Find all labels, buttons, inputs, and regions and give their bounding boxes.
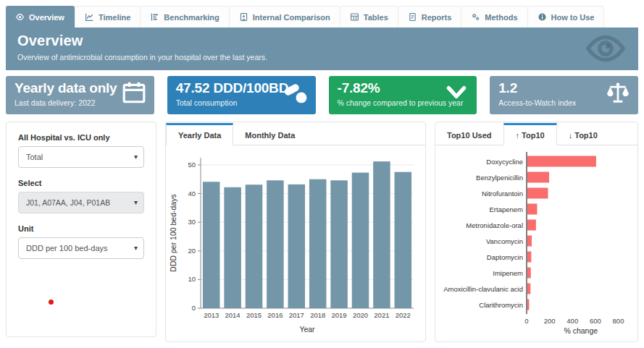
tab-label: Timeline: [99, 13, 130, 22]
tab-tables[interactable]: Tables: [340, 6, 398, 27]
x-tick-label: 600: [590, 317, 601, 325]
tab-label: Benchmarking: [164, 13, 219, 22]
x-tick-label: 2022: [396, 311, 411, 319]
bar-2013[interactable]: [203, 182, 220, 308]
filter-group-unit: UnitDDD per 100 bed-days▾: [18, 224, 144, 259]
report-icon: [408, 12, 417, 22]
bar-amoxicillin-clavulanic-acid[interactable]: [527, 284, 530, 294]
x-tick-label: 0: [524, 317, 528, 325]
bar-2017[interactable]: [288, 184, 306, 308]
summary-card-access-to-watch-index: 1.2Access-to-Watch index: [490, 76, 638, 114]
tab-benchmarking[interactable]: Benchmarking: [141, 6, 229, 27]
x-tick-label: 2013: [204, 311, 219, 319]
bar-2018[interactable]: [309, 179, 327, 308]
hospital-icon: [239, 12, 248, 22]
y-tick-label: 20: [188, 247, 196, 255]
bar-nitrofurantoin[interactable]: [527, 188, 548, 199]
filter-group-select: SelectJ01, A07AA, J04, P01AB▾: [18, 179, 144, 213]
bar-imipenem[interactable]: [527, 268, 531, 279]
line-chart-icon: [85, 12, 94, 22]
y-tick-label: 10: [188, 275, 196, 283]
tab-monthly-data[interactable]: Monthly Data: [233, 123, 306, 145]
dashboard-page: OverviewTimelineBenchmarkingInternal Com…: [6, 6, 638, 342]
tab-how-to-use[interactable]: How to Use: [528, 6, 605, 27]
top10-chart-panel: Top10 Used↑ Top10↓ Top10 DoxycyclineBenz…: [435, 122, 638, 342]
tab-overview[interactable]: Overview: [6, 6, 75, 27]
tab-top10[interactable]: ↓ Top10: [557, 123, 609, 145]
bar-vancomycin[interactable]: [527, 236, 532, 247]
bar-daptomycin[interactable]: [527, 252, 531, 263]
info-icon: [538, 12, 547, 22]
tab-timeline[interactable]: Timeline: [75, 6, 141, 27]
tab-label: Tables: [364, 13, 388, 22]
tab-reports[interactable]: Reports: [398, 6, 462, 27]
x-tick-label: 800: [613, 317, 624, 325]
page-title: Overview: [17, 33, 627, 49]
tab-top10-used[interactable]: Top10 Used: [435, 123, 503, 145]
y-tick-label: 0: [192, 304, 196, 312]
filter-label: Select: [18, 179, 144, 187]
x-tick-label: 2018: [310, 311, 325, 319]
drug-label: Clarithromycin: [479, 301, 523, 309]
x-tick-label: 2019: [332, 311, 347, 319]
tab-internal-comparison[interactable]: Internal Comparison: [230, 6, 340, 27]
filter-group-all-hospital-vs-icu-only: All Hospital vs. ICU onlyTotal▾: [18, 133, 144, 168]
x-axis-title: % change: [564, 326, 598, 335]
bar-2015[interactable]: [246, 184, 263, 308]
main-tabbar: OverviewTimelineBenchmarkingInternal Com…: [6, 6, 638, 27]
yearly-consumption-chart: 0102030405020132014201520162017201820192…: [166, 145, 425, 342]
tab-top10[interactable]: ↑ Top10: [503, 123, 557, 145]
bar-ertapenem[interactable]: [527, 204, 537, 215]
bar-2022[interactable]: [395, 172, 412, 308]
page-subtitle: Overview of antimicrobial consumption in…: [17, 53, 627, 61]
bar-2016[interactable]: [267, 180, 284, 308]
summary-cards: Yearly data onlyLast data delivery: 2022…: [6, 76, 638, 114]
select-value: Total: [26, 153, 43, 161]
caret-down-icon: ▾: [134, 198, 138, 206]
tab-yearly-data[interactable]: Yearly Data: [166, 123, 233, 145]
bar-2021[interactable]: [373, 161, 390, 308]
unit-select[interactable]: DDD per 100 bed-days▾: [18, 237, 144, 259]
eye-icon: [585, 33, 627, 64]
x-tick-label: 200: [544, 317, 556, 325]
bar-clarithromycin[interactable]: [527, 300, 529, 310]
drug-label: Doxycycline: [486, 158, 523, 166]
tab-methods[interactable]: Methods: [461, 6, 527, 27]
summary-card-total-consumption: 47.52 DDD/100BDTotal consumption: [167, 76, 316, 114]
scale-icon: [604, 80, 632, 105]
caret-down-icon: ▾: [134, 153, 138, 161]
drug-label: Vancomycin: [486, 237, 523, 245]
bar-benzylpenicillin[interactable]: [527, 172, 549, 183]
caret-down-icon: ▾: [134, 244, 138, 252]
filter-label: Unit: [18, 224, 144, 233]
drug-label: Metronidazole-oral: [466, 221, 523, 229]
y-tick-label: 30: [188, 218, 196, 226]
select-value: DDD per 100 bed-days: [26, 244, 108, 252]
bar-metronidazole-oral[interactable]: [527, 220, 536, 231]
eye-icon: [15, 12, 25, 22]
y-axis-title: DDD per 100 bed-days: [169, 194, 177, 271]
x-tick-label: 2020: [353, 311, 368, 319]
bar-2014[interactable]: [224, 187, 241, 308]
bar-doxycycline[interactable]: [527, 156, 596, 167]
bar-2020[interactable]: [352, 173, 369, 308]
gears-icon: [471, 12, 480, 22]
top10-increase-chart: DoxycyclineBenzylpenicillinNitrofurantoi…: [435, 145, 637, 342]
drug-label: Ertapenem: [490, 205, 524, 213]
bar-2019[interactable]: [330, 180, 348, 308]
y-tick-label: 40: [188, 190, 196, 198]
calendar-icon: [120, 80, 148, 105]
chevron-down-icon: [443, 80, 470, 105]
all-hospital-vs-icu-only-select[interactable]: Total▾: [18, 146, 144, 168]
x-tick-label: 2015: [246, 311, 262, 319]
tab-label: Reports: [422, 13, 452, 22]
consumption-chart-panel: Yearly DataMonthly Data 0102030405020132…: [165, 122, 426, 342]
top10-panel-tabs: Top10 Used↑ Top10↓ Top10: [435, 122, 637, 145]
filter-label: All Hospital vs. ICU only: [18, 133, 144, 142]
x-axis-title: Year: [299, 325, 315, 334]
drug-label: Amoxicillin-clavulanic acid: [443, 285, 523, 293]
pills-icon: [282, 80, 309, 105]
x-tick-label: 2017: [289, 311, 304, 319]
select-select[interactable]: J01, A07AA, J04, P01AB▾: [18, 192, 144, 213]
table-icon: [350, 12, 359, 22]
